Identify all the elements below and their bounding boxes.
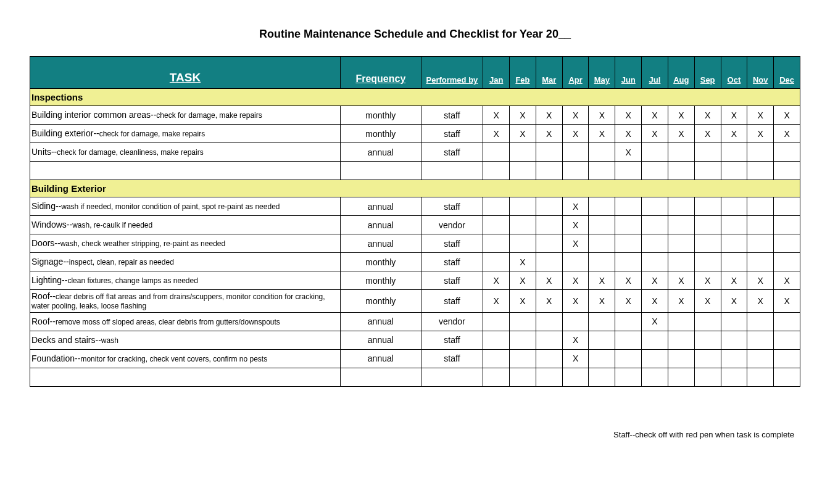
- table-row: Units--check for damage, cleanliness, ma…: [30, 143, 800, 162]
- month-cell: X: [774, 106, 800, 125]
- month-cell: [589, 312, 615, 331]
- task-detail-text: remove moss off sloped areas, clear debr…: [56, 318, 280, 326]
- month-cell: X: [774, 290, 800, 313]
- table-row: Lighting--clean fixtures, change lamps a…: [30, 271, 800, 290]
- month-cell: X: [562, 271, 589, 290]
- month-cell: [536, 234, 562, 253]
- month-cell: X: [589, 290, 615, 313]
- month-cell: X: [615, 125, 642, 143]
- month-cell: X: [615, 271, 642, 290]
- task-detail-text: monitor for cracking, check vent covers,…: [80, 355, 267, 363]
- month-cell: [536, 331, 562, 349]
- table-row: Decks and stairs--washannualstaffX: [30, 331, 800, 349]
- performed-by-cell: staff: [421, 271, 483, 290]
- header-month: Mar: [536, 57, 562, 89]
- frequency-cell: monthly: [341, 125, 421, 143]
- month-cell: [615, 312, 642, 331]
- month-cell: X: [774, 271, 800, 290]
- month-cell: [747, 331, 774, 349]
- task-main-text: Siding--: [31, 201, 61, 211]
- empty-cell: [642, 368, 668, 386]
- empty-cell: [721, 162, 747, 180]
- performed-by-cell: staff: [421, 106, 483, 125]
- task-detail-text: wash, re-caulk if needed: [72, 221, 152, 229]
- footnote: Staff--check off with red pen when task …: [30, 430, 800, 439]
- month-cell: X: [747, 290, 774, 313]
- month-cell: X: [562, 234, 589, 253]
- month-cell: [668, 216, 694, 234]
- header-month: Feb: [510, 57, 536, 89]
- performed-by-cell: staff: [421, 253, 483, 271]
- task-detail-text: inspect, clean, repair as needed: [69, 258, 174, 266]
- month-cell: X: [721, 125, 747, 143]
- month-cell: [562, 143, 589, 162]
- task-main-text: Signage--: [31, 257, 69, 266]
- month-cell: X: [536, 106, 562, 125]
- month-cell: [562, 253, 589, 271]
- table-row: Doors--wash, check weather stripping, re…: [30, 234, 800, 253]
- task-detail-text: check for damage, cleanliness, make repa…: [57, 148, 203, 157]
- month-cell: [615, 253, 642, 271]
- month-cell: [694, 253, 721, 271]
- month-cell: X: [483, 290, 510, 313]
- empty-row: [30, 162, 800, 180]
- month-cell: [536, 349, 562, 368]
- empty-cell: [483, 162, 510, 180]
- month-cell: [642, 197, 668, 216]
- task-detail-text: clean fixtures, change lamps as needed: [67, 276, 197, 285]
- month-cell: [615, 331, 642, 349]
- task-cell: Roof--remove moss off sloped areas, clea…: [30, 312, 341, 331]
- month-cell: [483, 312, 510, 331]
- month-cell: [774, 197, 800, 216]
- month-cell: [536, 312, 562, 331]
- table-row: Foundation--monitor for cracking, check …: [30, 349, 800, 368]
- month-cell: [774, 234, 800, 253]
- performed-by-cell: staff: [421, 331, 483, 349]
- header-month: Apr: [562, 57, 589, 89]
- month-cell: [694, 197, 721, 216]
- header-row: TASK Frequency Performed by Jan Feb Mar …: [30, 57, 800, 89]
- month-cell: [721, 197, 747, 216]
- empty-cell: [668, 162, 694, 180]
- task-main-text: Building interior common areas--: [31, 110, 156, 120]
- month-cell: [536, 143, 562, 162]
- month-cell: [668, 312, 694, 331]
- month-cell: X: [668, 106, 694, 125]
- frequency-cell: annual: [341, 349, 421, 368]
- month-cell: [615, 197, 642, 216]
- frequency-cell: monthly: [341, 271, 421, 290]
- month-cell: [721, 312, 747, 331]
- month-cell: X: [536, 125, 562, 143]
- task-cell: Units--check for damage, cleanliness, ma…: [30, 143, 341, 162]
- frequency-cell: annual: [341, 143, 421, 162]
- month-cell: [483, 197, 510, 216]
- frequency-cell: annual: [341, 216, 421, 234]
- month-cell: [721, 143, 747, 162]
- empty-cell: [721, 368, 747, 386]
- month-cell: [747, 216, 774, 234]
- task-cell: Decks and stairs--wash: [30, 331, 341, 349]
- task-cell: Lighting--clean fixtures, change lamps a…: [30, 271, 341, 290]
- empty-cell: [562, 162, 589, 180]
- month-cell: [721, 234, 747, 253]
- month-cell: [721, 216, 747, 234]
- month-cell: [668, 234, 694, 253]
- month-cell: [747, 143, 774, 162]
- month-cell: X: [747, 106, 774, 125]
- empty-cell: [747, 162, 774, 180]
- month-cell: [483, 349, 510, 368]
- task-cell: Foundation--monitor for cracking, check …: [30, 349, 341, 368]
- table-row: Roof--clear debris off flat areas and fr…: [30, 290, 800, 313]
- section-name: Inspections: [30, 89, 800, 106]
- month-cell: [536, 253, 562, 271]
- month-cell: [747, 197, 774, 216]
- table-row: Building interior common areas--check fo…: [30, 106, 800, 125]
- empty-cell: [510, 162, 536, 180]
- task-main-text: Doors--: [31, 238, 60, 248]
- month-cell: [668, 349, 694, 368]
- month-cell: X: [694, 290, 721, 313]
- empty-cell: [694, 368, 721, 386]
- empty-cell: [536, 368, 562, 386]
- frequency-cell: annual: [341, 197, 421, 216]
- header-month: Jan: [483, 57, 510, 89]
